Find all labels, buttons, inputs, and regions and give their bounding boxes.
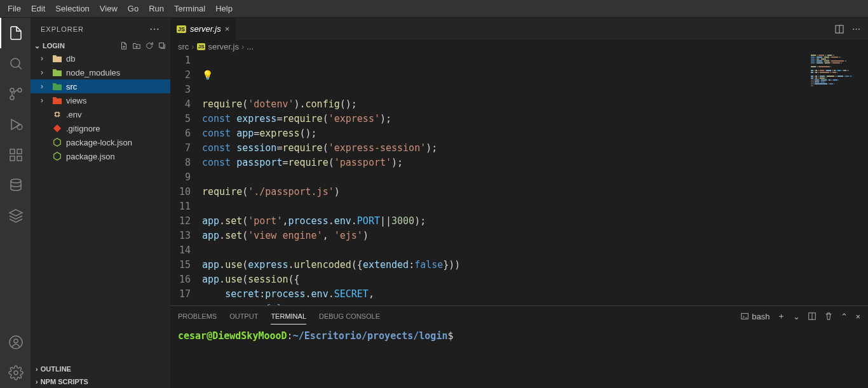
run-debug-icon[interactable] — [0, 109, 31, 140]
svg-rect-5 — [10, 149, 15, 154]
svg-rect-8 — [17, 156, 22, 161]
js-icon: JS — [197, 43, 206, 50]
menu-help[interactable]: Help — [210, 1, 238, 16]
code-editor[interactable]: 1234567891011121314151617 💡 require('dot… — [170, 53, 868, 305]
activity-bar — [0, 18, 31, 388]
svg-rect-14 — [55, 112, 58, 116]
new-folder-icon[interactable] — [132, 41, 141, 50]
tree-item-node_modules[interactable]: ›node_modules — [31, 65, 170, 79]
lightbulb-icon[interactable]: 💡 — [202, 68, 213, 83]
tree-item--env[interactable]: .env — [31, 107, 170, 121]
chevron-up-icon[interactable]: ⌃ — [841, 312, 848, 321]
new-terminal-icon[interactable]: ＋ — [777, 311, 785, 322]
svg-point-11 — [14, 339, 18, 343]
svg-rect-7 — [10, 156, 15, 161]
svg-point-3 — [10, 88, 14, 92]
chevron-right-icon: › — [36, 365, 38, 373]
trash-icon[interactable] — [824, 312, 833, 321]
svg-rect-6 — [17, 149, 22, 154]
tree-item--gitignore[interactable]: .gitignore — [31, 121, 170, 135]
menubar: FileEditSelectionViewGoRunTerminalHelp — [0, 0, 868, 18]
split-terminal-icon[interactable] — [808, 312, 817, 321]
settings-icon[interactable] — [0, 358, 31, 388]
terminal-prompt: $ — [447, 330, 453, 342]
search-icon[interactable] — [0, 48, 31, 79]
tree-item-package-lock-json[interactable]: package-lock.json — [31, 135, 170, 149]
workspace-folder-header[interactable]: ⌄ LOGIN — [31, 40, 170, 51]
account-icon[interactable] — [0, 327, 31, 358]
terminal-user: cesar@DiewdSkyMoooD — [178, 330, 287, 342]
menu-file[interactable]: File — [3, 1, 26, 16]
panel-tab-terminal[interactable]: TERMINAL — [271, 309, 306, 324]
editor-tabs: JS server.js × ⋯ — [170, 18, 868, 40]
extensions-icon[interactable] — [0, 140, 31, 170]
layers-icon[interactable] — [0, 201, 31, 231]
chevron-right-icon: › — [36, 378, 38, 385]
sidebar: EXPLORER ⋯ ⌄ LOGIN ›db›node_modules›src›… — [31, 18, 170, 388]
terminal[interactable]: cesar@DiewdSkyMoooD:~/Escritorio/proyect… — [170, 326, 868, 388]
new-file-icon[interactable] — [119, 41, 128, 50]
svg-point-0 — [11, 58, 20, 67]
outline-label: OUTLINE — [41, 365, 71, 373]
js-icon: JS — [177, 25, 186, 33]
terminal-path: ~/Escritorio/proyects/login — [293, 330, 448, 342]
collapse-all-icon[interactable] — [158, 41, 166, 50]
explorer-icon[interactable] — [0, 18, 31, 48]
editor-area: JS server.js × ⋯ src › JS server.js › ..… — [170, 18, 868, 388]
source-control-icon[interactable] — [0, 79, 31, 109]
panel-tab-problems[interactable]: PROBLEMS — [178, 309, 217, 324]
svg-point-1 — [18, 88, 22, 92]
svg-point-9 — [11, 179, 21, 183]
sidebar-more-icon[interactable]: ⋯ — [149, 23, 160, 35]
shell-indicator[interactable]: bash — [740, 312, 770, 321]
menu-view[interactable]: View — [95, 1, 123, 16]
tree-item-views[interactable]: ›views — [31, 93, 170, 107]
menu-terminal[interactable]: Terminal — [169, 1, 210, 16]
svg-point-10 — [10, 336, 22, 349]
npm-scripts-section[interactable]: › NPM SCRIPTS — [31, 375, 170, 388]
shell-name: bash — [752, 312, 770, 321]
tree-item-db[interactable]: ›db — [31, 51, 170, 65]
breadcrumb-item[interactable]: server.js — [208, 42, 238, 51]
close-panel-icon[interactable]: × — [855, 312, 860, 321]
chevron-down-icon: ⌄ — [34, 42, 40, 50]
split-editor-icon[interactable] — [834, 24, 844, 34]
workspace-folder-name: LOGIN — [43, 42, 65, 50]
svg-point-2 — [10, 96, 14, 100]
bottom-panel: PROBLEMSOUTPUTTERMINALDEBUG CONSOLE bash… — [170, 305, 868, 388]
panel-tab-debug-console[interactable]: DEBUG CONSOLE — [319, 309, 380, 324]
terminal-dropdown-icon[interactable]: ⌄ — [793, 312, 800, 321]
sidebar-title: EXPLORER — [41, 25, 84, 33]
outline-section[interactable]: › OUTLINE — [31, 363, 170, 375]
npm-scripts-label: NPM SCRIPTS — [41, 378, 88, 385]
tree-item-package-json[interactable]: package.json — [31, 149, 170, 163]
svg-rect-16 — [742, 314, 749, 319]
menu-go[interactable]: Go — [123, 1, 144, 16]
svg-rect-13 — [159, 43, 164, 48]
breadcrumb[interactable]: src › JS server.js › ... — [170, 40, 868, 53]
tab-label: server.js — [190, 24, 221, 34]
panel-tab-output[interactable]: OUTPUT — [229, 309, 258, 324]
breadcrumb-item[interactable]: ... — [247, 42, 254, 51]
close-icon[interactable]: × — [225, 24, 230, 34]
breadcrumb-item[interactable]: src — [178, 42, 189, 51]
tab-server-js[interactable]: JS server.js × — [170, 18, 236, 40]
menu-run[interactable]: Run — [144, 1, 169, 16]
refresh-icon[interactable] — [145, 41, 154, 50]
menu-selection[interactable]: Selection — [50, 1, 94, 16]
database-icon[interactable] — [0, 170, 31, 201]
svg-point-12 — [14, 371, 18, 375]
tree-item-src[interactable]: ›src — [31, 79, 170, 93]
menu-edit[interactable]: Edit — [26, 1, 50, 16]
more-icon[interactable]: ⋯ — [852, 24, 860, 34]
